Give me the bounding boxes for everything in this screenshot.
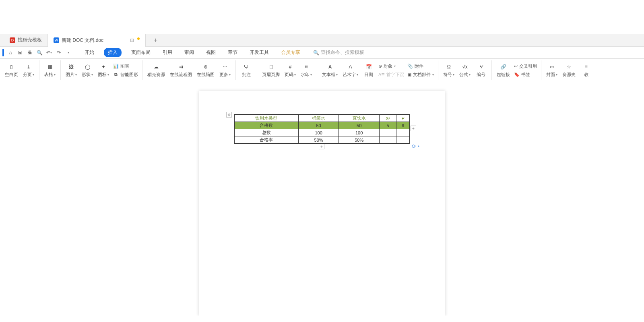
table-cell[interactable]	[379, 136, 396, 144]
online-flowchart-button[interactable]: ⇉ 在线流程图	[168, 62, 194, 78]
app-red-icon: D	[10, 37, 15, 43]
table-cell[interactable]: 100	[339, 129, 380, 136]
page-number-button[interactable]: # 页码▾	[283, 62, 297, 78]
quick-access-toolbar: ⌂ 🖫 🖶 🔍 ↶▾ ↷ ▾	[2, 49, 72, 56]
picture-icon: 🖼	[67, 63, 75, 71]
smartart-button[interactable]: ⧉ 智能图形	[112, 71, 139, 78]
table-move-handle-icon[interactable]: ✥	[226, 112, 232, 118]
table-cell[interactable]: 合格率	[235, 136, 299, 144]
tab-references[interactable]: 引用	[160, 47, 175, 58]
tab-insert[interactable]: 插入	[104, 48, 122, 57]
table-cell[interactable]	[396, 129, 410, 136]
attachment-button[interactable]: 📎 附件	[407, 62, 435, 70]
table-button[interactable]: ▦ 表格▾	[43, 62, 57, 78]
hyperlink-button[interactable]: 🔗 超链接	[495, 62, 512, 78]
symbol-button[interactable]: Ω 符号▾	[442, 62, 456, 78]
blank-page-button[interactable]: ▯ 空白页	[3, 62, 20, 78]
table-add-column-handle-icon[interactable]: +	[411, 126, 416, 131]
equation-button[interactable]: √x 公式▾	[458, 62, 472, 78]
search-icon: 🔍	[313, 50, 319, 56]
comment-icon: 🗨	[242, 63, 250, 71]
home-icon[interactable]: ⌂	[7, 50, 14, 56]
table-header-cell[interactable]: X²	[379, 115, 396, 122]
smartart-label: 智能图形	[120, 72, 138, 78]
docer-resource-button[interactable]: ☁ 稻壳资源	[146, 62, 167, 78]
attachment-label: 附件	[415, 63, 423, 69]
table-cell[interactable]: 50	[298, 122, 339, 129]
tab-document[interactable]: W 新建 DOC 文档.doc ⊡	[47, 34, 146, 47]
page-break-button[interactable]: ⤓ 分页▾	[21, 62, 36, 78]
unsaved-indicator-icon	[137, 37, 140, 40]
cover-button[interactable]: ▭ 封面▾	[545, 62, 559, 78]
comment-button[interactable]: 🗨 批注	[239, 62, 254, 78]
textbox-button[interactable]: 𝖠 文本框▾	[320, 62, 339, 78]
table-cell[interactable]	[396, 136, 410, 144]
print-icon[interactable]: 🖶	[27, 50, 33, 56]
cross-ref-button[interactable]: ↩ 交叉引用	[513, 62, 538, 70]
tab-member[interactable]: 会员专享	[279, 47, 303, 58]
header-footer-icon: ⎕	[267, 63, 275, 71]
bookmark-button[interactable]: 🔖 书签	[513, 71, 538, 78]
tab-page-layout[interactable]: 页面布局	[129, 47, 153, 58]
hyperlink-icon: 🔗	[500, 63, 508, 71]
tab-menu-icon[interactable]: ⊡	[130, 37, 134, 43]
doc-table[interactable]: 饮用水类型 桶装水 直饮水 X² P 合格数 50 50 5 6 总数 100 …	[234, 114, 410, 144]
search-input[interactable]: 🔍 查找命令、搜索模板	[313, 49, 364, 56]
header-footer-button[interactable]: ⎕ 页眉页脚	[260, 62, 281, 78]
tab-view[interactable]: 视图	[204, 47, 218, 58]
cross-ref-icon: ↩	[514, 64, 518, 69]
table-cell[interactable]: 50%	[298, 136, 339, 144]
online-mindmap-button[interactable]: ⊛ 在线脑图	[195, 62, 216, 78]
tab-developer[interactable]: 开发工具	[247, 47, 271, 58]
undo-icon[interactable]: ↶▾	[46, 50, 52, 56]
number-button[interactable]: ⅟ 编号	[474, 62, 488, 78]
textbox-icon: 𝖠	[326, 63, 334, 71]
redo-icon[interactable]: ↷	[56, 50, 62, 56]
tab-start[interactable]: 开始	[82, 47, 97, 58]
tab-review[interactable]: 审阅	[182, 47, 196, 58]
more-button[interactable]: ⋯ 更多▾	[218, 62, 232, 78]
drop-cap-icon: A≣	[378, 72, 385, 77]
table-row: 总数 100 100	[235, 129, 410, 136]
shapes-button[interactable]: ◯ 形状▾	[80, 62, 95, 78]
tab-section[interactable]: 章节	[225, 47, 240, 58]
wordart-icon: A	[347, 63, 355, 71]
mindmap-label: 在线脑图	[197, 72, 215, 78]
app-accent-icon	[2, 49, 4, 56]
drop-cap-button[interactable]: A≣ 首字下沉	[378, 71, 405, 78]
wordart-button[interactable]: A 艺术字▾	[341, 62, 360, 78]
table-resize-handle-icon[interactable]: ⟳ •	[412, 143, 419, 149]
table-cell[interactable]: 50%	[339, 136, 380, 144]
document-page[interactable]: ✥ 饮用水类型 桶装水 直饮水 X² P 合格数 50 50 5 6 总数	[199, 91, 445, 316]
preview-icon[interactable]: 🔍	[36, 50, 43, 56]
table-cell[interactable]: 5	[379, 122, 396, 129]
object-button[interactable]: ⊚ 对象▾	[378, 62, 405, 70]
page-number-label: 页码▾	[285, 72, 296, 78]
qat-more-icon[interactable]: ▾	[65, 50, 72, 56]
table-cell[interactable]: 总数	[235, 129, 299, 136]
table-add-row-handle-icon[interactable]: +	[319, 144, 324, 149]
table-cell[interactable]	[379, 129, 396, 136]
date-button[interactable]: 📅 日期	[361, 62, 376, 78]
resource-button[interactable]: ☆ 资源夹	[561, 62, 577, 78]
chart-button[interactable]: 📊 图表	[112, 62, 139, 70]
edu-button[interactable]: ≡ 教	[579, 62, 593, 78]
save-icon[interactable]: 🖫	[17, 50, 23, 56]
table-header-cell[interactable]: P	[396, 115, 410, 122]
watermark-button[interactable]: ≋ 水印▾	[299, 62, 314, 78]
table-header-cell[interactable]: 饮用水类型	[235, 115, 299, 122]
new-tab-button[interactable]: +	[154, 37, 157, 44]
picture-button[interactable]: 🖼 图片▾	[64, 62, 78, 78]
cover-label: 封面▾	[546, 72, 557, 78]
icons-button[interactable]: ✦ 图标▾	[96, 62, 111, 78]
picture-label: 图片▾	[66, 72, 77, 78]
table-cell[interactable]: 6	[396, 122, 410, 129]
tab-templates[interactable]: D 找稻壳模板	[4, 34, 47, 47]
table-cell[interactable]: 50	[339, 122, 380, 129]
table-header-cell[interactable]: 直饮水	[339, 115, 380, 122]
doc-parts-button[interactable]: ▣ 文档部件▾	[407, 71, 435, 78]
table-header-cell[interactable]: 桶装水	[298, 115, 339, 122]
header-footer-label: 页眉页脚	[262, 72, 280, 78]
table-cell[interactable]: 100	[298, 129, 339, 136]
table-cell[interactable]: 合格数	[235, 122, 299, 129]
